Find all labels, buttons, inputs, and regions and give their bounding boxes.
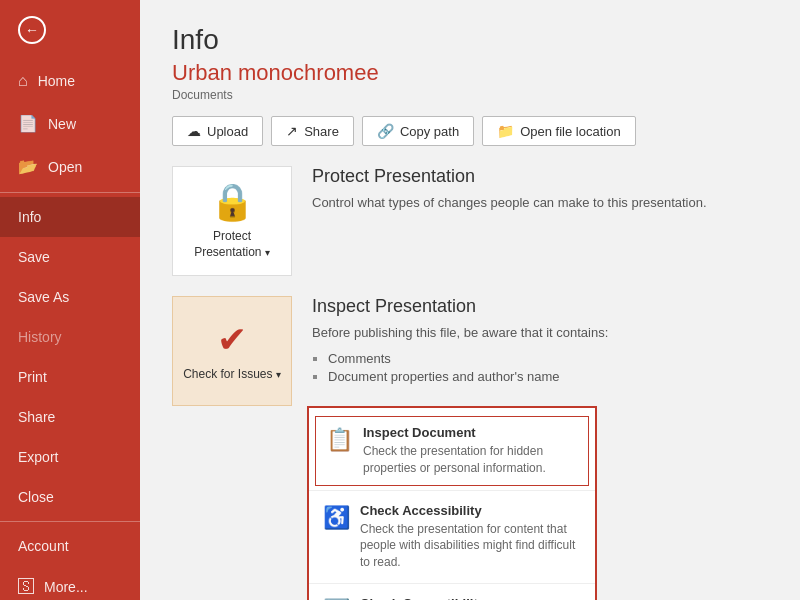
share-button[interactable]: ↗ Share (271, 116, 354, 146)
toolbar: ☁ Upload ↗ Share 🔗 Copy path 📁 Open file… (172, 116, 768, 146)
sidebar-item-print[interactable]: Print (0, 357, 140, 397)
sidebar-item-history[interactable]: History (0, 317, 140, 357)
protect-section: 🔒 Protect Presentation ▾ Protect Present… (172, 166, 768, 276)
sidebar: ← ⌂ Home 📄 New 📂 Open Info Save Save As … (0, 0, 140, 600)
inspect-document-icon: 📋 (326, 427, 353, 453)
accessibility-desc: Check the presentation for content that … (360, 521, 581, 571)
sidebar-item-export[interactable]: Export (0, 437, 140, 477)
powerpoint-icon: 🅂 (18, 578, 34, 596)
inspect-dropdown: 📋 Inspect Document Check the presentatio… (307, 406, 597, 600)
copy-path-icon: 🔗 (377, 123, 394, 139)
protect-title: Protect Presentation (312, 166, 768, 187)
inspect-description: Before publishing this file, be aware th… (312, 323, 768, 343)
sidebar-item-save[interactable]: Save (0, 237, 140, 277)
check-card-label: Check for Issues ▾ (183, 367, 281, 383)
accessibility-title: Check Accessibility (360, 503, 581, 518)
sidebar-item-label: Open (48, 159, 82, 175)
back-icon: ← (18, 16, 46, 44)
inspect-bullets: Comments Document properties and author'… (328, 351, 768, 384)
sidebar-item-new[interactable]: 📄 New (0, 102, 140, 145)
inspect-title: Inspect Presentation (312, 296, 768, 317)
accessibility-icon: ♿ (323, 505, 350, 531)
check-issues-card[interactable]: ✔ Check for Issues ▾ (172, 296, 292, 406)
sidebar-item-label: Save (18, 249, 50, 265)
check-icon: ✔ (217, 319, 247, 361)
upload-icon: ☁ (187, 123, 201, 139)
sidebar-item-label: Home (38, 73, 75, 89)
sidebar-item-label: Close (18, 489, 54, 505)
back-button[interactable]: ← (0, 0, 140, 60)
protect-content: Protect Presentation Control what types … (312, 166, 768, 276)
protect-card-label: Protect Presentation ▾ (183, 229, 281, 260)
sidebar-item-account[interactable]: Account (0, 526, 140, 566)
sidebar-item-label: Share (18, 409, 55, 425)
open-icon: 📂 (18, 157, 38, 176)
sidebar-item-label: Account (18, 538, 69, 554)
check-compatibility-item[interactable]: 🔄 Check Compatibility Check for features… (309, 586, 595, 600)
divider-bottom (0, 521, 140, 522)
home-icon: ⌂ (18, 72, 28, 90)
sidebar-bottom: Account 🅂 More... (0, 517, 140, 600)
sidebar-item-label: History (18, 329, 62, 345)
sidebar-item-saveas[interactable]: Save As (0, 277, 140, 317)
open-location-icon: 📁 (497, 123, 514, 139)
main-content: Info Urban monochromee Documents ☁ Uploa… (140, 0, 800, 600)
inspect-content: Inspect Presentation Before publishing t… (312, 296, 768, 406)
inspect-section: ✔ Check for Issues ▾ Inspect Presentatio… (172, 296, 768, 406)
sidebar-item-label: More... (44, 579, 88, 595)
bullet-2: Document properties and author's name (328, 369, 768, 384)
compatibility-title: Check Compatibility (360, 596, 581, 600)
bullet-1: Comments (328, 351, 768, 366)
share-icon: ↗ (286, 123, 298, 139)
sidebar-item-label: New (48, 116, 76, 132)
inspect-document-desc: Check the presentation for hidden proper… (363, 443, 578, 477)
sidebar-item-home[interactable]: ⌂ Home (0, 60, 140, 102)
sidebar-item-label: Print (18, 369, 47, 385)
sidebar-item-more[interactable]: 🅂 More... (0, 566, 140, 600)
sidebar-item-info[interactable]: Info (0, 197, 140, 237)
open-location-button[interactable]: 📁 Open file location (482, 116, 635, 146)
doc-path: Documents (172, 88, 768, 102)
sidebar-item-label: Save As (18, 289, 69, 305)
dropdown-divider-1 (309, 490, 595, 491)
sidebar-item-label: Info (18, 209, 41, 225)
doc-name: Urban monochromee (172, 60, 768, 86)
upload-button[interactable]: ☁ Upload (172, 116, 263, 146)
divider-top (0, 192, 140, 193)
protect-description: Control what types of changes people can… (312, 193, 768, 213)
page-title: Info (172, 24, 768, 56)
new-icon: 📄 (18, 114, 38, 133)
sidebar-item-open[interactable]: 📂 Open (0, 145, 140, 188)
sidebar-item-share[interactable]: Share (0, 397, 140, 437)
check-accessibility-item[interactable]: ♿ Check Accessibility Check the presenta… (309, 493, 595, 581)
lock-icon: 🔒 (210, 181, 255, 223)
inspect-document-item[interactable]: 📋 Inspect Document Check the presentatio… (315, 416, 589, 486)
protect-card[interactable]: 🔒 Protect Presentation ▾ (172, 166, 292, 276)
inspect-document-title: Inspect Document (363, 425, 578, 440)
sidebar-item-close[interactable]: Close (0, 477, 140, 517)
copy-path-button[interactable]: 🔗 Copy path (362, 116, 474, 146)
sidebar-item-label: Export (18, 449, 58, 465)
dropdown-divider-2 (309, 583, 595, 584)
